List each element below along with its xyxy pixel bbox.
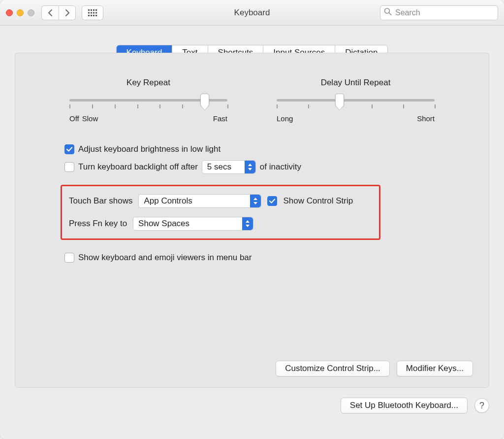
highlighted-touchbar-section: Touch Bar shows App Controls Show Contro… (61, 185, 380, 240)
viewers-checkbox[interactable] (64, 253, 74, 263)
window-controls (6, 9, 34, 16)
backlight-label-prefix: Turn keyboard backlight off after (78, 162, 198, 172)
svg-rect-4 (88, 12, 90, 13)
svg-rect-8 (88, 15, 90, 16)
back-button[interactable] (41, 5, 59, 20)
brightness-row: Adjust keyboard brightness in low light (64, 144, 440, 154)
search-input[interactable] (380, 5, 498, 20)
delay-slider[interactable] (277, 95, 435, 106)
svg-rect-3 (95, 9, 97, 11)
sliders-row: Key Repeat Off Slow (64, 78, 440, 123)
window-bottom-row: Set Up Bluetooth Keyboard... ? (0, 398, 504, 422)
forward-button[interactable] (59, 5, 76, 20)
keyboard-panel: Key Repeat Off Slow (15, 53, 489, 388)
chevron-left-icon (48, 9, 53, 16)
key-repeat-group: Key Repeat Off Slow (69, 78, 227, 123)
brightness-checkbox[interactable] (64, 144, 74, 154)
minimize-window-button[interactable] (17, 9, 24, 16)
backlight-row: Turn keyboard backlight off after 5 secs… (64, 160, 440, 174)
svg-rect-11 (95, 15, 97, 16)
backlight-label-suffix: of inactivity (260, 162, 301, 172)
modifier-keys-button[interactable]: Modifier Keys... (397, 361, 473, 376)
label-slow: Slow (82, 114, 98, 123)
label-short: Short (417, 114, 435, 123)
key-repeat-labels: Off Slow Fast (69, 114, 227, 123)
chevron-right-icon (65, 9, 70, 16)
slider-thumb[interactable] (335, 94, 344, 106)
show-all-button[interactable] (82, 5, 103, 20)
setup-bluetooth-keyboard-button[interactable]: Set Up Bluetooth Keyboard... (341, 398, 468, 413)
keyboard-preferences-window: Keyboard Keyboard Text Shortcuts Input S… (0, 0, 504, 439)
touchbar-popup[interactable]: App Controls (138, 194, 261, 208)
brightness-label: Adjust keyboard brightness in low light (78, 144, 220, 154)
svg-rect-1 (91, 9, 92, 11)
close-window-button[interactable] (6, 9, 13, 16)
fn-label: Press Fn key to (69, 219, 127, 229)
label-off: Off (69, 114, 79, 123)
panel-buttons: Customize Control Strip... Modifier Keys… (276, 361, 473, 376)
checkbox-section: Adjust keyboard brightness in low light … (64, 144, 440, 174)
svg-rect-0 (88, 9, 90, 11)
svg-rect-7 (95, 12, 97, 13)
control-strip-label: Show Control Strip (283, 196, 353, 206)
fn-row: Press Fn key to Show Spaces (69, 217, 372, 231)
delay-group: Delay Until Repeat Long Short (277, 78, 435, 123)
zoom-window-button[interactable] (28, 9, 34, 16)
backlight-timeout-popup[interactable]: 5 secs (202, 160, 256, 174)
grid-icon (88, 9, 97, 16)
svg-rect-10 (93, 15, 94, 16)
slider-track (277, 99, 435, 101)
help-button[interactable]: ? (474, 398, 489, 413)
svg-rect-9 (91, 15, 92, 16)
updown-icon (242, 217, 253, 230)
touchbar-label: Touch Bar shows (69, 196, 132, 206)
key-repeat-slider[interactable] (69, 95, 227, 106)
svg-rect-6 (93, 12, 94, 13)
touchbar-value: App Controls (144, 196, 192, 206)
svg-rect-2 (93, 9, 94, 11)
control-strip-checkbox[interactable] (267, 196, 277, 206)
backlight-timeout-value: 5 secs (207, 162, 231, 172)
search-wrap (380, 5, 498, 20)
slider-thumb[interactable] (200, 94, 209, 106)
question-icon: ? (479, 401, 484, 411)
delay-labels: Long Short (277, 114, 435, 123)
viewers-row: Show keyboard and emoji viewers in menu … (64, 253, 440, 263)
key-repeat-title: Key Repeat (126, 78, 170, 88)
fn-popup[interactable]: Show Spaces (133, 217, 253, 231)
touchbar-row: Touch Bar shows App Controls Show Contro… (69, 194, 372, 208)
label-fast: Fast (213, 114, 227, 123)
delay-title: Delay Until Repeat (321, 78, 391, 88)
svg-rect-5 (91, 12, 92, 13)
updown-icon (245, 161, 255, 173)
viewers-label: Show keyboard and emoji viewers in menu … (78, 253, 252, 263)
updown-icon (250, 195, 261, 207)
fn-value: Show Spaces (138, 219, 189, 229)
titlebar: Keyboard (0, 0, 504, 26)
nav-buttons (41, 5, 76, 20)
backlight-checkbox[interactable] (64, 162, 74, 172)
customize-control-strip-button[interactable]: Customize Control Strip... (276, 361, 390, 376)
label-long: Long (277, 114, 293, 123)
